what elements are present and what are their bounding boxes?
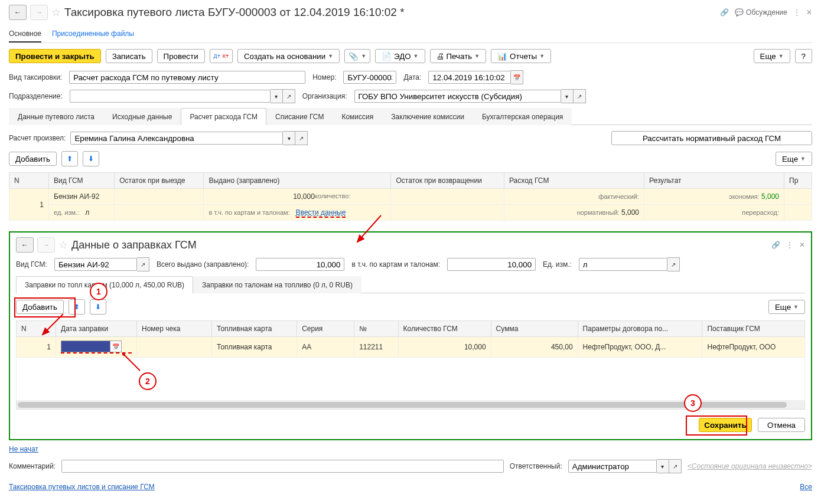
edo-button[interactable]: 📄 ЭДО▼ [375,49,425,63]
more-button[interactable]: Еще▼ [754,49,790,63]
dtkt-icon[interactable]: ДᴛКᴛ [210,49,233,63]
modal-add-button[interactable]: Добавить [16,300,64,314]
save-button[interactable]: Сохранить [699,418,752,432]
date-label: Дата: [403,73,421,81]
open-icon[interactable]: ↗ [574,89,586,103]
type-input[interactable] [69,71,305,84]
m-unit-input[interactable] [579,258,667,271]
tab-calc[interactable]: Расчет расхода ГСМ [181,108,266,125]
more-button[interactable]: Еще▼ [776,152,812,166]
num-input[interactable] [343,71,396,84]
fuel-calc-table: N Вид ГСМ Остаток при выезде Выдано (зап… [9,172,812,221]
org-input[interactable] [354,90,561,103]
reports-button[interactable]: 📊 Отчеты▼ [491,49,551,63]
calendar-icon[interactable]: 📅 [110,341,122,352]
attach-icon[interactable]: 📎▼ [344,49,370,63]
close-icon[interactable]: ✕ [806,8,812,17]
discuss-button[interactable]: 💬Обсуждение [735,8,787,17]
not-started-link[interactable]: Не начат [9,445,38,453]
nav-fwd[interactable]: → [30,5,48,20]
comment-input[interactable] [61,460,504,473]
open-icon[interactable]: ↗ [283,89,295,103]
modal-more-button[interactable]: Еще▼ [768,300,805,314]
help-button[interactable]: ? [795,49,812,63]
th-cons: Расход ГСМ [504,173,644,189]
th-p: Пр [784,173,812,189]
tab-commission[interactable]: Комиссия [333,108,382,125]
star-icon[interactable]: ☆ [58,238,68,251]
open-icon[interactable]: ↗ [669,459,682,473]
page-title: Таксировка путевого листа БУГУ-000003 от… [64,6,405,19]
link-icon[interactable]: 🔗 [771,241,780,249]
th-retrem: Остаток при возвращении [391,173,504,189]
dropdown-icon[interactable]: ▾ [283,131,295,145]
post-button[interactable]: Провести [157,49,205,63]
tab-conclusion[interactable]: Заключение комиссии [382,108,473,125]
nav-files[interactable]: Присоединенные файлы [52,26,134,42]
print-button[interactable]: 🖨 Печать▼ [430,49,487,63]
m-total-input[interactable] [256,258,344,271]
calc-norm-button[interactable]: Рассчитать нормативный расход ГСМ [611,131,812,145]
m-unit-label: Ед. изм.: [543,260,572,269]
table-row[interactable]: ед. изм.: л в т.ч. по картам и талонам: … [9,205,812,221]
date-cell[interactable]: 📅 [61,341,132,354]
nav-back[interactable]: ← [9,5,27,20]
open-icon[interactable]: ↗ [295,131,308,145]
tab-accounting[interactable]: Бухгалтерская операция [473,108,572,125]
callout-3: 3 [684,394,702,412]
move-down-icon[interactable]: ⬇ [90,299,106,315]
m-type-input[interactable] [54,258,137,271]
comment-label: Комментарий: [9,462,56,470]
callout-2: 2 [139,372,157,390]
th-res: Результат [644,173,784,189]
modal-nav-back[interactable]: ← [16,237,34,253]
tab-writeoff[interactable]: Списание ГСМ [266,108,333,125]
write-button[interactable]: Записать [106,49,152,63]
tab-waybill[interactable]: Данные путевого листа [9,108,103,125]
calc-by-label: Расчет произвел: [9,134,66,142]
link-icon[interactable]: 🔗 [720,8,729,17]
th-n: N [9,173,49,189]
add-button[interactable]: Добавить [9,152,57,166]
nav-main[interactable]: Основное [9,26,41,42]
post-close-button[interactable]: Провести и закрыть [9,49,101,63]
bottom-link[interactable]: Таксировка путевых листов и списание ГСМ [9,483,155,491]
dropdown-icon[interactable]: ▾ [561,89,574,103]
resp-input[interactable] [568,460,657,473]
dropdown-icon[interactable]: ▾ [271,89,283,103]
calendar-icon[interactable]: 📅 [511,70,523,84]
type-label: Вид таксировки: [9,73,62,81]
tab-source[interactable]: Исходные данные [103,108,181,125]
close-icon[interactable]: ✕ [799,241,805,249]
move-up-icon[interactable]: ⬆ [69,299,85,315]
num-label: Номер: [312,73,336,81]
open-icon[interactable]: ↗ [667,257,680,271]
calc-by-input[interactable] [70,132,283,145]
m-cards-input[interactable] [447,258,536,271]
th-type: Вид ГСМ [49,173,115,189]
create-based-button[interactable]: Создать на основании▼ [237,49,340,63]
menu-dots-icon[interactable]: ⋮ [793,8,800,17]
move-up-icon[interactable]: ⬆ [61,151,78,166]
tab-refuel-coupons[interactable]: Заправки по талонам на топливо (0 л, 0 R… [193,276,361,293]
state-link[interactable]: <Состояние оригинала неизвестно> [688,462,812,470]
callout-1: 1 [90,283,107,300]
div-label: Подразделение: [9,92,63,100]
star-icon[interactable]: ☆ [51,6,61,19]
open-icon[interactable]: ↗ [137,257,149,271]
cancel-button[interactable]: Отмена [758,418,805,432]
menu-dots-icon[interactable]: ⋮ [786,241,793,249]
enter-data-link[interactable]: Ввести данные [296,208,346,218]
dropdown-icon[interactable]: ▾ [657,459,669,473]
refuel-table: N Дата заправки Номер чека Топливная кар… [16,320,805,401]
move-down-icon[interactable]: ⬇ [83,151,99,166]
org-label: Организация: [302,92,347,100]
table-row[interactable]: 1 Бензин АИ-92 количество:10,000 фактиче… [9,189,812,205]
date-input[interactable] [428,71,511,84]
div-input[interactable] [70,90,271,103]
m-type-label: Вид ГСМ: [16,260,47,269]
all-link[interactable]: Все [800,483,812,491]
modal-nav-fwd[interactable]: → [37,237,55,253]
table-row[interactable]: 1 📅 Топливная карта АА 112211 10,000 450… [17,337,805,358]
th-outrem: Остаток при выезде [115,173,204,189]
